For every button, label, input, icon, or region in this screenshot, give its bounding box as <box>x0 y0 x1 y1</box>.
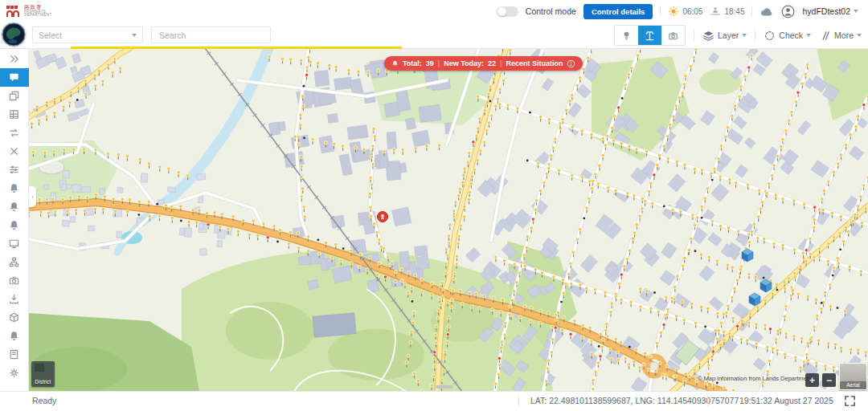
more-icon <box>819 30 831 42</box>
user-avatar[interactable] <box>781 5 795 18</box>
sunset-icon <box>710 6 721 17</box>
weather-cloud-icon[interactable] <box>760 6 774 18</box>
close-icon <box>8 145 20 157</box>
active-tab-indicator <box>71 47 402 49</box>
sidebar-item-network[interactable] <box>0 253 29 271</box>
sunrise-time: 06:05 <box>668 6 702 17</box>
panel-collapse-handle[interactable]: ‹ <box>29 186 36 207</box>
bell-icon <box>8 182 20 194</box>
sidebar-item-monitor[interactable] <box>0 234 29 253</box>
lamp-icon <box>620 30 633 42</box>
search-input[interactable] <box>158 30 269 41</box>
chevron-down-icon <box>742 34 747 37</box>
check-menu[interactable]: Check <box>764 30 811 42</box>
sidebar-item-assets[interactable] <box>0 308 29 327</box>
gear-icon <box>8 367 20 379</box>
sidebar-item-expand[interactable] <box>0 50 29 68</box>
globe-thumbnail[interactable] <box>2 22 26 47</box>
camera-icon <box>667 30 679 42</box>
sidebar-item-alert-1[interactable] <box>0 179 29 197</box>
map-canvas[interactable]: Total: 39 | New Today: 22 | Recent Situa… <box>29 48 868 392</box>
status-bar: Ready LAT: 22.498101138599687, LNG: 114.… <box>0 391 868 411</box>
badge-total-value: 39 <box>426 59 434 67</box>
download-icon <box>8 293 20 305</box>
sitemap-icon <box>8 256 20 268</box>
chevrons-icon <box>8 53 20 65</box>
sidebar-item-alert-2[interactable] <box>0 197 29 216</box>
sidebar-item-tools[interactable] <box>0 142 29 161</box>
lamp-filter-button[interactable] <box>615 26 638 45</box>
sidebar-item-settings[interactable] <box>0 364 29 382</box>
bell-icon <box>8 219 20 231</box>
lamppost-filter-button[interactable] <box>638 26 661 45</box>
select-dropdown[interactable]: Select <box>32 26 143 43</box>
left-sidebar <box>0 48 29 392</box>
control-mode-toggle[interactable] <box>497 6 518 17</box>
chevron-down-icon <box>132 34 137 37</box>
bell-icon <box>8 330 20 342</box>
logo-english-2: DEPARTMENT <box>24 14 52 18</box>
app-header: 路政署 HIGHWAYS DEPARTMENT Control mode Con… <box>0 0 868 22</box>
control-mode-label: Control mode <box>526 6 576 16</box>
status-ready: Ready <box>32 396 56 405</box>
sidebar-item-windows[interactable] <box>0 87 29 105</box>
username-menu[interactable]: hydFDtest02 <box>802 6 858 16</box>
check-target-icon <box>764 30 776 42</box>
zoom-in-button[interactable]: + <box>805 373 819 387</box>
sidebar-item-incidents[interactable] <box>0 68 29 87</box>
zoom-controls: + − <box>805 373 836 387</box>
badge-recent-label: Recent Situation <box>506 59 563 67</box>
more-menu[interactable]: More <box>819 30 862 42</box>
hyd-logo: 路政署 HIGHWAYS DEPARTMENT <box>0 5 52 18</box>
sunset-time: 18:45 <box>710 6 744 17</box>
basemap-label: Aerial <box>840 381 866 389</box>
bell-icon <box>8 201 20 213</box>
swap-icon <box>8 127 20 139</box>
chevron-down-icon <box>854 10 858 13</box>
camera-filter-button[interactable] <box>661 26 685 45</box>
info-icon[interactable] <box>567 59 575 68</box>
status-timestamp: 19:51:32 August 27 2025 <box>739 396 833 405</box>
hyd-logo-icon <box>6 6 21 17</box>
map-toolbar: Select Layer Check <box>0 22 868 49</box>
sidebar-item-camera[interactable] <box>0 271 29 290</box>
chevron-down-icon <box>806 34 811 37</box>
street-map[interactable] <box>29 48 868 392</box>
sidebar-item-alert-3[interactable] <box>0 216 29 234</box>
layer-menu[interactable]: Layer <box>702 30 747 42</box>
badge-new-label: New Today: <box>444 59 484 67</box>
copy-icon <box>8 90 20 102</box>
badge-new-value: 22 <box>488 59 496 67</box>
sidebar-item-export[interactable] <box>0 290 29 308</box>
grid-icon <box>8 108 20 120</box>
lamppost-icon <box>644 30 656 42</box>
sunrise-icon <box>668 6 679 17</box>
sliders-icon <box>8 164 20 176</box>
sidebar-item-filters[interactable] <box>0 161 29 179</box>
badge-total-label: Total: <box>403 59 422 67</box>
sidebar-item-data-table[interactable] <box>0 105 29 124</box>
incident-summary-badge[interactable]: Total: 39 | New Today: 22 | Recent Situa… <box>384 56 583 71</box>
sidebar-item-transfer[interactable] <box>0 124 29 142</box>
search-box[interactable] <box>151 26 271 43</box>
district-overview-button[interactable]: District <box>31 361 55 387</box>
zoom-out-button[interactable]: − <box>822 373 836 387</box>
chevron-down-icon <box>857 34 862 37</box>
monitor-icon <box>8 238 20 250</box>
district-label: District <box>31 379 55 385</box>
alarm-bell-icon <box>391 59 399 67</box>
camera-icon <box>8 275 20 287</box>
chat-icon <box>8 71 20 83</box>
basemap-switch-button[interactable]: Aerial <box>839 363 867 390</box>
marker-type-switch <box>614 25 686 46</box>
box-icon <box>8 311 20 324</box>
control-details-button[interactable]: Control details <box>583 4 653 19</box>
book-icon <box>8 348 20 360</box>
fullscreen-icon[interactable] <box>844 395 856 407</box>
sidebar-item-logs[interactable] <box>0 345 29 364</box>
sidebar-item-alarm[interactable] <box>0 327 29 345</box>
horizontal-scrollbar-thumb[interactable] <box>436 385 453 389</box>
map-attribution: © Map information from Lands Department … <box>698 375 816 382</box>
layers-icon <box>702 30 714 42</box>
